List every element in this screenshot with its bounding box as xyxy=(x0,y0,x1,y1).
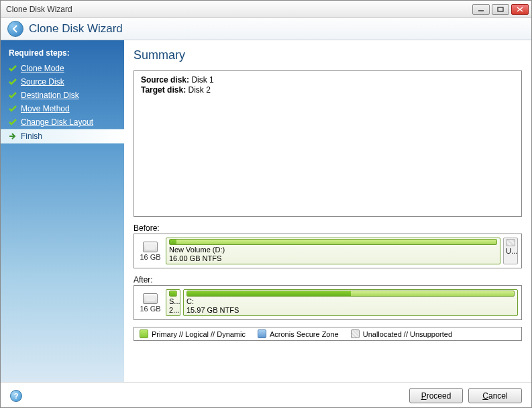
step-clone-mode[interactable]: Clone Mode xyxy=(1,62,124,75)
titlebar: Clone Disk Wizard xyxy=(1,1,531,18)
sidebar-heading: Required steps: xyxy=(1,46,124,62)
swatch-primary-icon xyxy=(140,329,148,338)
disk-size: 16 GB xyxy=(140,305,160,313)
target-disk-value: Disk 2 xyxy=(188,85,210,95)
page-title: Summary xyxy=(134,48,522,62)
step-label: Finish xyxy=(21,132,42,141)
disk-icon-column: 16 GB xyxy=(138,238,163,264)
back-button[interactable] xyxy=(7,21,23,37)
source-disk-row: Source disk: Disk 1 xyxy=(141,75,515,85)
step-finish: Finish xyxy=(1,129,125,144)
swatch-secure-icon xyxy=(258,329,266,338)
sidebar: Required steps: Clone Mode Source Disk D… xyxy=(1,40,124,382)
close-button[interactable] xyxy=(511,4,529,15)
maximize-button[interactable] xyxy=(492,4,509,15)
cancel-button[interactable]: Cancel xyxy=(468,388,522,403)
arrow-right-icon xyxy=(9,132,17,140)
before-disk: 16 GB New Volume (D:) 16.00 GB NTFS U... xyxy=(134,234,522,268)
partition-name: U... xyxy=(506,247,515,256)
proceed-rest: roceed xyxy=(427,391,451,401)
legend-unalloc-label: Unallocated // Unsupported xyxy=(363,330,452,338)
step-label: Clone Mode xyxy=(21,64,64,73)
step-label: Move Method xyxy=(21,104,70,113)
partition-small[interactable]: S... 2... xyxy=(166,289,180,316)
step-destination-disk[interactable]: Destination Disk xyxy=(1,89,124,102)
source-disk-value: Disk 1 xyxy=(191,75,213,85)
swatch-unalloc-icon xyxy=(351,329,360,338)
main-panel: Summary Source disk: Disk 1 Target disk:… xyxy=(124,40,531,382)
legend: Primary // Logical // Dynamic Acronis Se… xyxy=(134,327,522,341)
check-icon xyxy=(9,105,17,113)
source-disk-label: Source disk: xyxy=(141,75,189,85)
proceed-button[interactable]: Proceed xyxy=(409,388,463,403)
step-label: Destination Disk xyxy=(21,91,79,100)
before-label: Before: xyxy=(134,223,522,233)
back-arrow-icon xyxy=(11,24,20,34)
disk-size: 16 GB xyxy=(140,253,160,261)
partition-meta: 2... xyxy=(169,306,177,315)
window-controls xyxy=(472,4,529,15)
partition-name: New Volume (D:) xyxy=(169,246,497,254)
help-button[interactable]: ? xyxy=(10,390,22,402)
after-disk: 16 GB S... 2... C: 15.97 GB NTFS xyxy=(134,285,522,320)
disk-icon xyxy=(143,293,158,304)
disk-icon-column: 16 GB xyxy=(138,289,163,316)
footer: ? Proceed Cancel xyxy=(1,382,531,408)
partition-name: C: xyxy=(187,297,515,306)
header-title: Clone Disk Wizard xyxy=(29,22,123,36)
window-title: Clone Disk Wizard xyxy=(6,5,72,14)
check-icon xyxy=(9,118,17,126)
partition-c[interactable]: C: 15.97 GB NTFS xyxy=(183,289,518,316)
disk-icon xyxy=(143,242,158,252)
summary-info-box: Source disk: Disk 1 Target disk: Disk 2 xyxy=(134,70,522,217)
check-icon xyxy=(9,64,17,72)
check-icon xyxy=(9,78,17,86)
target-disk-row: Target disk: Disk 2 xyxy=(141,85,515,95)
partition-name: S... xyxy=(169,297,177,306)
step-source-disk[interactable]: Source Disk xyxy=(1,75,124,89)
legend-primary: Primary // Logical // Dynamic xyxy=(140,329,246,338)
partition-meta: 16.00 GB NTFS xyxy=(169,254,497,263)
step-label: Source Disk xyxy=(21,77,64,87)
legend-primary-label: Primary // Logical // Dynamic xyxy=(152,330,246,338)
partition-unallocated[interactable]: U... xyxy=(503,238,518,264)
step-label: Change Disk Layout xyxy=(21,117,93,127)
wizard-header: Clone Disk Wizard xyxy=(1,18,531,40)
partition-meta: 15.97 GB NTFS xyxy=(187,306,515,315)
after-label: After: xyxy=(134,275,522,285)
svg-rect-1 xyxy=(498,7,503,11)
legend-unallocated: Unallocated // Unsupported xyxy=(351,329,452,338)
minimize-button[interactable] xyxy=(472,4,490,15)
step-change-disk-layout[interactable]: Change Disk Layout xyxy=(1,115,124,129)
legend-secure-label: Acronis Secure Zone xyxy=(270,330,339,338)
partition-new-volume-d[interactable]: New Volume (D:) 16.00 GB NTFS xyxy=(166,238,500,264)
step-move-method[interactable]: Move Method xyxy=(1,102,124,115)
check-icon xyxy=(9,91,17,99)
legend-secure: Acronis Secure Zone xyxy=(258,329,339,338)
target-disk-label: Target disk: xyxy=(141,85,186,95)
cancel-rest: ancel xyxy=(488,391,508,401)
